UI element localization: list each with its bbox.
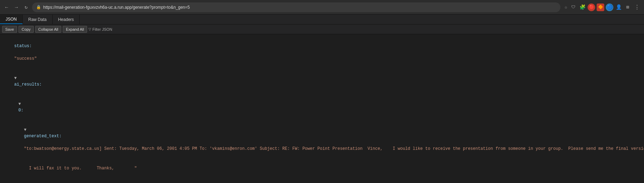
save-button[interactable]: Save: [2, 26, 17, 33]
url-text: https://mail-generation-fguxvzvh6a-uc.a.…: [43, 5, 190, 10]
back-button[interactable]: ←: [3, 3, 10, 11]
menu-button[interactable]: ⋮: [633, 2, 641, 12]
bookmark-icon[interactable]: ☆: [565, 4, 567, 10]
item-0-generated-text-line: ▼ generated_text: "to:bwatson@energy.sta…: [0, 120, 644, 159]
tabs-bar: JSON Raw Data Headers: [0, 15, 644, 24]
copy-button[interactable]: Copy: [18, 26, 34, 33]
item-0-text-length-line: text_length: 295: [0, 178, 644, 183]
json-content-area: status: "success" ▼ ai_results: ▼ 0: ▼ g…: [0, 34, 644, 183]
lock-icon: 🔒: [36, 5, 41, 9]
toolbar: Save Copy Collapse All Expand All ▽ Filt…: [0, 24, 644, 34]
puzzle-ext-icon[interactable]: 🧩: [579, 3, 586, 11]
refresh-button[interactable]: ↻: [22, 3, 30, 11]
item-0-generated-text-cont: I will fax it to you. Thanks, ": [0, 159, 644, 178]
tab-json[interactable]: JSON: [0, 15, 23, 24]
forward-button[interactable]: →: [13, 3, 20, 11]
filter-icon: ▽: [88, 27, 91, 31]
tab-headers[interactable]: Headers: [53, 15, 80, 24]
orange-ext-icon[interactable]: 🔶: [597, 3, 604, 11]
shield-ext-icon[interactable]: 🛡: [569, 3, 577, 11]
grid-ext-icon[interactable]: ⊞: [624, 3, 631, 11]
blue-ext-icon[interactable]: 🔵: [606, 3, 613, 11]
filter-json-button[interactable]: ▽ Filter JSON: [88, 27, 112, 31]
browser-chrome: ← → ↻ 🔒 https://mail-generation-fguxvzvh…: [0, 0, 644, 15]
red-ext-icon[interactable]: 🔴: [588, 3, 595, 11]
person-ext-icon[interactable]: 👤: [615, 3, 622, 11]
tab-raw-data[interactable]: Raw Data: [23, 15, 53, 24]
item-0-header: ▼ 0:: [0, 94, 644, 120]
collapse-all-button[interactable]: Collapse All: [35, 26, 61, 33]
ai-results-collapse[interactable]: ▼: [14, 75, 17, 81]
ai-results-line: ▼ ai_results:: [0, 68, 644, 94]
item-0-collapse[interactable]: ▼: [18, 101, 21, 107]
extensions-area: 🛡 🧩 🔴 🔶 🔵 👤 ⊞ ⋮: [569, 2, 641, 12]
item-0-gt-collapse[interactable]: ▼: [24, 127, 26, 133]
expand-all-button[interactable]: Expand All: [63, 26, 87, 33]
status-line: status: "success": [0, 36, 644, 68]
address-bar[interactable]: 🔒 https://mail-generation-fguxvzvh6a-uc.…: [32, 2, 560, 12]
